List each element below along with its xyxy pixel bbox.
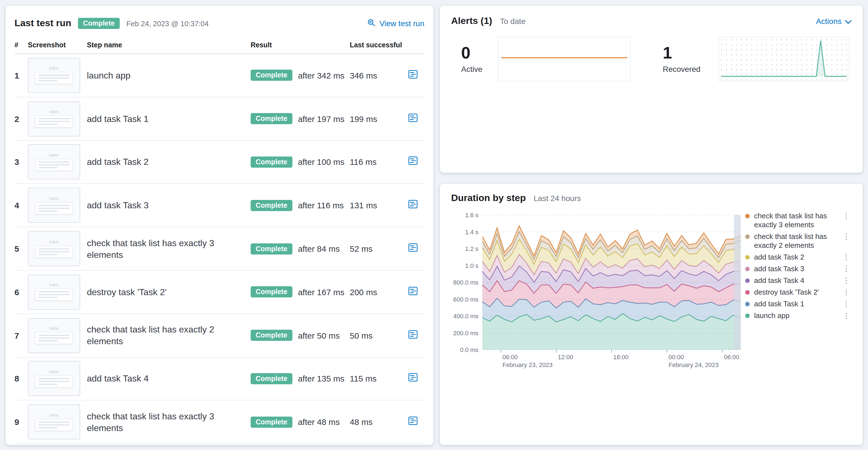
legend-options-icon[interactable]: ⋮ xyxy=(841,300,851,309)
step-detail-button[interactable] xyxy=(405,242,420,256)
step-row: 2 todos add task Task 1 Complete after 1… xyxy=(14,97,424,141)
steps-table-header: # Screenshot Step name Result Last succe… xyxy=(14,37,424,54)
step-number: 1 xyxy=(14,71,28,80)
step-detail-icon xyxy=(408,329,417,341)
step-name: destroy task 'Task 2' xyxy=(87,286,251,298)
legend-options-icon[interactable]: ⋮ xyxy=(841,276,851,285)
step-detail-button[interactable] xyxy=(405,155,420,169)
legend-series-label: add task Task 4 xyxy=(754,276,832,285)
svg-text:06:00: 06:00 xyxy=(502,354,518,361)
actions-dropdown[interactable]: Actions xyxy=(816,17,851,26)
step-screenshot[interactable]: todos xyxy=(28,361,80,396)
step-after: after 48 ms xyxy=(298,417,340,427)
legend-item[interactable]: check that task list has exactly 2 eleme… xyxy=(745,232,851,250)
legend-item[interactable]: check that task list has exactly 3 eleme… xyxy=(745,212,851,229)
step-screenshot[interactable]: todos xyxy=(28,231,80,266)
svg-text:1.4 s: 1.4 s xyxy=(465,229,478,235)
legend-series-label: check that task list has exactly 3 eleme… xyxy=(754,212,832,229)
step-number: 5 xyxy=(14,244,28,253)
step-after: after 100 ms xyxy=(298,157,344,167)
step-after: after 167 ms xyxy=(298,287,344,297)
legend-item[interactable]: add task Task 4 ⋮ xyxy=(745,276,851,285)
step-detail-button[interactable] xyxy=(405,198,420,213)
step-detail-button[interactable] xyxy=(405,68,420,83)
legend-options-icon[interactable]: ⋮ xyxy=(841,264,851,274)
step-row: 5 todos check that task list has exactly… xyxy=(14,227,424,271)
step-last-successful: 48 ms xyxy=(350,417,405,427)
svg-text:February 23, 2023: February 23, 2023 xyxy=(502,361,553,368)
step-detail-icon xyxy=(408,243,417,255)
step-screenshot[interactable]: todos xyxy=(28,318,80,353)
legend-series-dot xyxy=(745,267,750,271)
svg-text:600.0 ms: 600.0 ms xyxy=(453,296,479,303)
legend-options-icon[interactable]: ⋮ xyxy=(841,311,851,320)
svg-text:200.0 ms: 200.0 ms xyxy=(453,330,479,337)
step-result: Complete after 135 ms xyxy=(251,373,350,384)
legend-item[interactable]: destroy task 'Task 2' ⋮ xyxy=(745,288,851,297)
thumbnail-label: todos xyxy=(49,67,59,71)
duration-title: Duration by step xyxy=(451,193,526,204)
duration-header: Duration by step Last 24 hours xyxy=(451,193,851,204)
step-detail-button[interactable] xyxy=(405,415,420,429)
view-test-run-label: View test run xyxy=(379,19,424,28)
legend-item[interactable]: add task Task 3 ⋮ xyxy=(745,264,851,274)
inspect-icon xyxy=(367,18,376,29)
status-badge: Complete xyxy=(251,243,292,254)
step-row: 8 todos add task Task 4 Complete after 1… xyxy=(14,357,424,401)
thumbnail-label: todos xyxy=(49,370,59,374)
alerts-subtitle: To date xyxy=(500,17,525,26)
active-alerts-chart xyxy=(498,37,630,81)
alerts-header: Alerts (1) To date Actions xyxy=(451,15,851,27)
thumbnail-mock-card xyxy=(35,115,73,128)
legend-options-icon[interactable]: ⋮ xyxy=(841,232,851,241)
step-last-successful: 199 ms xyxy=(350,114,405,123)
step-screenshot[interactable]: todos xyxy=(28,405,80,440)
step-result: Complete after 100 ms xyxy=(251,157,350,168)
step-detail-button[interactable] xyxy=(405,372,420,386)
legend-options-icon[interactable]: ⋮ xyxy=(841,253,851,262)
duration-by-step-panel: Duration by step Last 24 hours 1.6 s1.4 … xyxy=(440,184,863,445)
step-screenshot[interactable]: todos xyxy=(28,101,80,136)
recovered-alerts-count: 1 xyxy=(663,43,716,62)
svg-text:00:00: 00:00 xyxy=(669,354,684,361)
legend-item[interactable]: add task Task 1 ⋮ xyxy=(745,300,851,309)
legend-options-icon[interactable]: ⋮ xyxy=(841,212,851,221)
step-screenshot[interactable]: todos xyxy=(28,144,80,180)
step-screenshot[interactable]: todos xyxy=(28,58,80,93)
legend-options-icon[interactable]: ⋮ xyxy=(841,288,851,297)
view-test-run-link[interactable]: View test run xyxy=(367,18,424,29)
legend-series-dot xyxy=(745,214,750,218)
step-after: after 135 ms xyxy=(298,374,344,383)
thumbnail-mock-card xyxy=(35,332,73,344)
status-badge: Complete xyxy=(251,287,292,298)
step-name: add task Task 2 xyxy=(87,156,251,168)
status-badge: Complete xyxy=(251,70,292,81)
duration-stacked-area-chart[interactable]: 1.6 s1.4 s1.2 s1.0 s800.0 ms600.0 ms400.… xyxy=(451,208,745,371)
step-screenshot[interactable]: todos xyxy=(28,188,80,223)
step-number: 2 xyxy=(14,114,28,123)
alerts-stats-row: 0 Active 1 Recovered xyxy=(451,37,851,81)
step-last-successful: 115 ms xyxy=(350,374,405,383)
status-badge: Complete xyxy=(251,373,292,384)
legend-series-label: check that task list has exactly 2 eleme… xyxy=(754,232,832,250)
col-result: Result xyxy=(251,41,350,49)
step-detail-icon xyxy=(408,416,417,428)
step-number: 4 xyxy=(14,201,28,210)
status-badge: Complete xyxy=(251,417,292,428)
step-row: 9 todos check that task list has exactly… xyxy=(14,401,424,444)
panel-title: Last test run xyxy=(14,18,71,29)
legend-series-label: destroy task 'Task 2' xyxy=(754,288,832,297)
step-result: Complete after 342 ms xyxy=(251,70,350,81)
step-number: 7 xyxy=(14,330,28,340)
step-row: 1 todos launch app Complete after 342 ms… xyxy=(14,54,424,97)
thumbnail-mock-card xyxy=(35,245,73,258)
step-row: 7 todos check that task list has exactly… xyxy=(14,314,424,358)
step-detail-button[interactable] xyxy=(405,285,420,299)
legend-item[interactable]: launch app ⋮ xyxy=(745,311,851,320)
steps-rows: 1 todos launch app Complete after 342 ms… xyxy=(14,54,424,444)
step-detail-button[interactable] xyxy=(405,111,420,126)
step-detail-button[interactable] xyxy=(405,328,420,343)
step-result: Complete after 197 ms xyxy=(251,113,350,124)
legend-item[interactable]: add task Task 2 ⋮ xyxy=(745,253,851,262)
step-screenshot[interactable]: todos xyxy=(28,275,80,310)
